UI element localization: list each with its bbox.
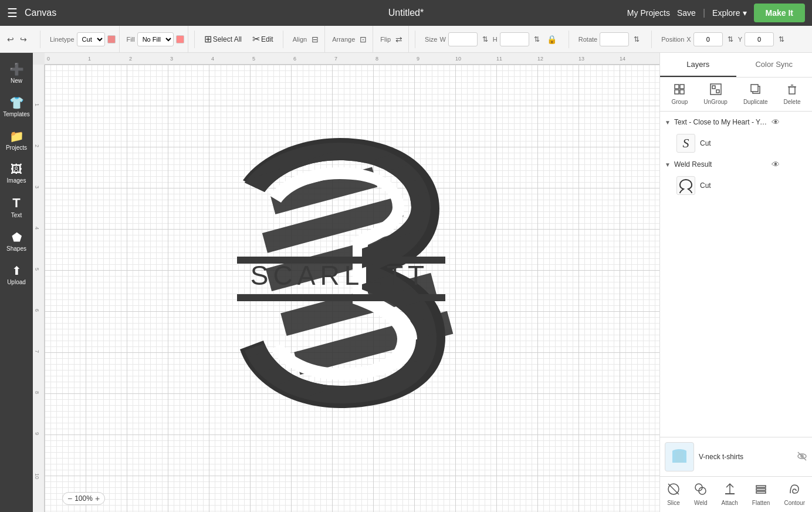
svg-rect-16: [716, 90, 719, 93]
weld-icon: [694, 483, 707, 498]
sidebar-item-new[interactable]: ➕ New: [2, 58, 31, 89]
images-icon: 🖼: [11, 163, 22, 176]
y-input[interactable]: [745, 32, 774, 46]
main-layout: ➕ New 👕 Templates 📁 Projects 🖼 Images T …: [0, 53, 812, 512]
delete-button[interactable]: Delete: [779, 81, 806, 107]
design-element[interactable]: SCARLETT: [216, 120, 463, 426]
flip-group: Flip ⇄: [377, 26, 409, 52]
layer-item-s[interactable]: S Cut: [660, 130, 812, 156]
y-label: Y: [738, 36, 742, 43]
edit-icon: ✂: [252, 33, 260, 45]
toolbar-divider6: [651, 31, 652, 48]
templates-icon: 👕: [9, 96, 24, 110]
y-stepper[interactable]: ⇅: [776, 34, 787, 45]
x-stepper[interactable]: ⇅: [725, 34, 736, 45]
delete-icon: [786, 83, 798, 97]
sidebar-item-upload[interactable]: ⬆ Upload: [2, 259, 31, 290]
lock-ratio-icon[interactable]: 🔒: [544, 33, 559, 45]
flip-icon-btn[interactable]: ⇄: [393, 33, 405, 45]
svg-rect-22: [675, 451, 684, 463]
flip-label: Flip: [380, 36, 391, 43]
tab-layers[interactable]: Layers: [660, 53, 736, 77]
new-icon: ➕: [9, 62, 24, 76]
size-label: Size: [425, 36, 437, 43]
rotate-input[interactable]: [600, 32, 629, 46]
layer-item-info-s: Cut: [700, 139, 807, 147]
fill-group: Fill No Fill: [123, 26, 188, 52]
contour-icon: [788, 483, 801, 498]
height-stepper[interactable]: ⇅: [532, 34, 542, 45]
fill-select[interactable]: No Fill: [137, 32, 174, 46]
linetype-select[interactable]: Cut: [77, 32, 105, 46]
layer-group-weld-name: Weld Result: [674, 160, 768, 169]
rotate-label: Rotate: [578, 36, 597, 43]
visibility-toggle-text[interactable]: 👁: [772, 117, 780, 127]
visibility-toggle-weld[interactable]: 👁: [772, 160, 780, 169]
svg-text:SCARLETT: SCARLETT: [251, 260, 429, 291]
document-title: Untitled*: [388, 8, 424, 18]
width-input[interactable]: [448, 32, 478, 46]
right-panel: Layers Color Sync Group: [659, 53, 812, 512]
svg-rect-18: [751, 85, 758, 92]
contour-button[interactable]: Contour: [780, 480, 808, 508]
group-button[interactable]: Group: [667, 81, 693, 107]
sidebar-item-projects[interactable]: 📁 Projects: [2, 124, 31, 156]
arrange-icon-btn[interactable]: ⊡: [357, 33, 369, 45]
select-all-icon: ⊞: [204, 33, 212, 45]
linetype-label: Linetype: [50, 36, 75, 43]
height-input[interactable]: [500, 32, 529, 46]
zoom-in-button[interactable]: +: [95, 494, 100, 503]
attach-icon: [723, 483, 736, 498]
svg-rect-12: [675, 90, 679, 94]
explore-link[interactable]: Explore ▾: [712, 8, 746, 18]
duplicate-button[interactable]: Duplicate: [739, 81, 773, 107]
linetype-color-swatch[interactable]: [107, 35, 116, 43]
undo-button[interactable]: ↩: [5, 33, 16, 45]
my-projects-link[interactable]: My Projects: [627, 8, 670, 18]
svg-rect-13: [680, 90, 684, 94]
width-stepper[interactable]: ⇅: [480, 34, 490, 45]
bottom-preview-label: V-neck t-shirts: [699, 453, 792, 461]
zoom-out-button[interactable]: −: [67, 494, 72, 503]
make-it-button[interactable]: Make It: [754, 4, 805, 22]
svg-rect-31: [756, 486, 766, 487]
layer-group-weld-header[interactable]: ▼ Weld Result 👁: [660, 156, 812, 173]
rotate-stepper[interactable]: ⇅: [631, 34, 642, 45]
select-all-button[interactable]: ⊞ Select All: [201, 31, 245, 47]
sidebar-item-shapes[interactable]: ⬟ Shapes: [2, 225, 31, 257]
arrange-group: Arrange ⊡: [329, 26, 373, 52]
h-label: H: [493, 36, 498, 43]
canvas-content[interactable]: SCARLETT − 100% +: [45, 65, 659, 512]
x-label: X: [686, 36, 691, 43]
sidebar-item-images[interactable]: 🖼 Images: [2, 158, 31, 188]
align-icon-btn[interactable]: ⊟: [309, 33, 321, 45]
ungroup-button[interactable]: UnGroup: [699, 81, 732, 107]
layer-actions-bar: Group UnGroup: [660, 78, 812, 112]
sidebar-item-templates[interactable]: 👕 Templates: [2, 91, 31, 122]
ruler-top: 0 1 2 3 4 5 6 7 8 9 10 11 12 13 14: [45, 53, 659, 65]
save-button[interactable]: Save: [677, 8, 696, 18]
layer-group-text: ▼ Text - Close to My Heart - You... 👁 S …: [660, 114, 812, 156]
svg-rect-33: [756, 491, 766, 493]
fill-color-swatch[interactable]: [176, 35, 184, 43]
size-group: Size W ⇅ H ⇅ 🔒: [421, 26, 563, 52]
bottom-visibility-icon[interactable]: [797, 451, 807, 463]
position-label: Position: [661, 36, 684, 43]
projects-icon: 📁: [9, 129, 24, 143]
layer-item-weld[interactable]: Cut: [660, 173, 812, 198]
svg-rect-32: [756, 489, 766, 490]
x-input[interactable]: [693, 32, 723, 46]
sidebar-item-text[interactable]: T Text: [2, 191, 31, 223]
tab-color-sync[interactable]: Color Sync: [736, 53, 813, 77]
linetype-group: Linetype Cut: [46, 26, 120, 52]
weld-button[interactable]: Weld: [691, 480, 711, 508]
attach-button[interactable]: Attach: [718, 480, 742, 508]
edit-button[interactable]: ✂ Edit: [249, 31, 277, 47]
canvas-area: 0 1 2 3 4 5 6 7 8 9 10 11 12 13 14 1 2 3…: [33, 53, 659, 512]
top-right-actions: My Projects Save | Explore ▾ Make It: [627, 4, 805, 22]
slice-button[interactable]: Slice: [664, 480, 684, 508]
hamburger-icon[interactable]: ☰: [7, 6, 18, 20]
layer-group-text-header[interactable]: ▼ Text - Close to My Heart - You... 👁: [660, 114, 812, 130]
flatten-button[interactable]: Flatten: [749, 480, 774, 508]
redo-button[interactable]: ↪: [18, 33, 29, 45]
